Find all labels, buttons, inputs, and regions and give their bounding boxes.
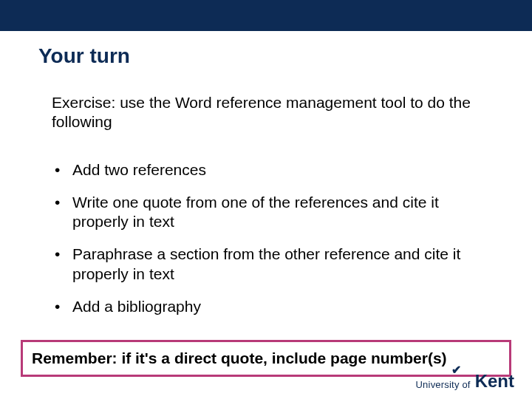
list-item: Add a bibliography bbox=[52, 297, 480, 316]
top-bar bbox=[0, 0, 532, 31]
bullet-list: Add two references Write one quote from … bbox=[0, 132, 532, 330]
intro-text: Exercise: use the Word reference managem… bbox=[0, 68, 532, 132]
list-item: Write one quote from one of the referenc… bbox=[52, 193, 480, 232]
slide-title: Your turn bbox=[0, 31, 532, 68]
logo-prefix: University of bbox=[416, 379, 471, 390]
slide: Your turn Exercise: use the Word referen… bbox=[0, 0, 532, 399]
logo-name: Kent bbox=[475, 371, 514, 392]
footer-logo: University of Kent bbox=[416, 369, 514, 390]
list-item: Paraphrase a section from the other refe… bbox=[52, 245, 480, 284]
list-item: Add two references bbox=[52, 160, 480, 180]
